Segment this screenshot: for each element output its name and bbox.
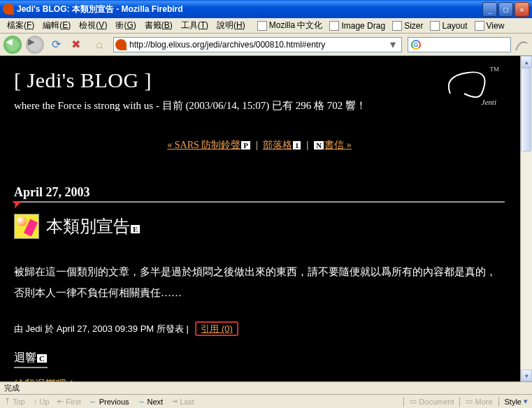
window-title: Jedi's BLOG: 本類別宣告 - Mozilla Firebird	[17, 3, 482, 15]
window-titlebar: Jedi's BLOG: 本類別宣告 - Mozilla Firebird _ …	[0, 0, 532, 18]
tb-more[interactable]: ▭More	[461, 395, 496, 408]
trackback-link[interactable]: 引用 (0)	[195, 321, 238, 336]
comments-heading: 迴響C	[14, 351, 48, 368]
prev-key: P	[241, 141, 250, 150]
menu-view[interactable]: 檢視(V)	[75, 18, 111, 33]
index-link[interactable]: 部落格	[263, 140, 292, 150]
bookmark-icon	[430, 21, 440, 31]
maximize-button[interactable]: □	[498, 2, 513, 17]
menu-file[interactable]: 檔案(F)	[3, 18, 38, 33]
tb-up[interactable]: ↑Up	[29, 395, 54, 408]
post-title-key: E	[131, 225, 140, 233]
tb-style[interactable]: Style▾	[501, 395, 532, 408]
post-title-row: 本類別宣告E	[14, 214, 505, 239]
menu-bookmarks[interactable]: 書籤(B)	[141, 18, 177, 33]
blog-title: [ Jedi's BLOG ]	[14, 68, 505, 92]
url-dropdown-icon[interactable]: ▾	[390, 38, 400, 51]
tb-first[interactable]: ⇤First	[53, 395, 85, 408]
scroll-down-button[interactable]: ▾	[521, 370, 532, 381]
tb-previous[interactable]: ←Previous	[85, 395, 134, 408]
bookmark-sizer[interactable]: Sizer	[389, 20, 426, 32]
post-title: 本類別宣告E	[46, 215, 141, 238]
prev-post-link[interactable]: « SARS 防制鈴聲	[167, 140, 240, 150]
page-content: TM Jenti [ Jedi's BLOG ] where the Force…	[0, 56, 519, 381]
search-box[interactable]: G	[408, 37, 511, 52]
bookmark-mozilla[interactable]: Mozilla 中文化	[254, 18, 326, 33]
category-icon	[14, 214, 39, 239]
bookmark-icon	[329, 21, 339, 31]
site-icon	[115, 39, 127, 50]
comments-key: C	[37, 354, 47, 363]
post-body: 被歸在這一個類別的文章，多半是過於煩悶之後做出來的東西，請不要隨便就以爲所有的內…	[14, 261, 505, 303]
url-text[interactable]: http://blog.elixus.org/jedi/archives/000…	[129, 40, 387, 50]
logo-name: Jenti	[482, 98, 496, 106]
menu-help[interactable]: 說明(H)	[213, 18, 250, 33]
up-icon: ↑	[34, 398, 38, 406]
back-button[interactable]: ◄	[3, 35, 22, 54]
more-icon: ▭	[466, 397, 473, 406]
vertical-scrollbar[interactable]: ▴ ▾	[520, 56, 532, 381]
throbber-icon	[515, 38, 529, 52]
minimize-button[interactable]: _	[482, 2, 497, 17]
status-text: 完成	[4, 383, 144, 393]
bookmark-view[interactable]: View	[471, 20, 508, 32]
bookmark-icon	[392, 21, 402, 31]
google-icon: G	[411, 40, 421, 50]
scroll-thumb[interactable]	[521, 68, 531, 152]
nav-toolbar: ◄ ► ⟳ ✖ ⌂ http://blog.elixus.org/jedi/ar…	[0, 34, 532, 56]
reload-button[interactable]: ⟳	[48, 36, 64, 53]
stop-button[interactable]: ✖	[67, 36, 84, 53]
post-nav: « SARS 防制鈴聲P | 部落格1 | N書信 »	[14, 139, 505, 152]
post-date: April 27, 2003	[14, 185, 505, 203]
menu-tools[interactable]: 工具(T)	[177, 18, 213, 33]
bottom-toolbar: ⤒Top ↑Up ⇤First ←Previous →Next ⇥Last ▭D…	[0, 394, 532, 408]
site-logo: TM Jenti	[443, 66, 494, 106]
close-button[interactable]: ✕	[515, 2, 529, 17]
last-icon: ⇥	[171, 397, 178, 406]
index-key: 1	[293, 141, 301, 150]
bookmark-imagedrag[interactable]: Image Drag	[326, 20, 389, 32]
menu-edit[interactable]: 編輯(E)	[38, 18, 75, 33]
top-icon: ⤒	[4, 397, 10, 406]
bookmark-icon	[257, 21, 267, 31]
forward-button[interactable]: ►	[25, 35, 45, 54]
bookmark-layout[interactable]: Layout	[426, 20, 470, 32]
style-dropdown-icon: ▾	[524, 397, 528, 406]
menubar: 檔案(F) 編輯(E) 檢視(V) 衝(G) 書籤(B) 工具(T) 說明(H)…	[0, 18, 532, 34]
home-button[interactable]: ⌂	[91, 36, 108, 53]
back-icon: ◄	[3, 36, 22, 54]
tb-document[interactable]: ▭Document	[405, 395, 458, 408]
scroll-up-button[interactable]: ▴	[521, 56, 532, 68]
app-icon	[3, 3, 14, 15]
url-bar[interactable]: http://blog.elixus.org/jedi/archives/000…	[113, 37, 402, 52]
next-post-link[interactable]: 書信 »	[324, 140, 352, 150]
content-area: TM Jenti [ Jedi's BLOG ] where the Force…	[0, 56, 532, 381]
forward-icon: ►	[26, 36, 44, 54]
statusbar: 完成	[0, 381, 532, 394]
post-meta: 由 Jedi 於 April 27, 2003 09:39 PM 所發表 | 引…	[14, 323, 505, 335]
next-icon: →	[138, 398, 145, 406]
tb-top[interactable]: ⤒Top	[0, 395, 29, 408]
tb-last[interactable]: ⇥Last	[167, 395, 199, 408]
document-icon: ▭	[410, 397, 417, 406]
next-key: N	[314, 141, 324, 150]
bookmark-icon	[475, 21, 484, 31]
first-icon: ⇤	[57, 397, 64, 406]
comment-prompt: 給我迴響吧！	[14, 378, 505, 381]
menu-go[interactable]: 衝(G)	[111, 18, 140, 33]
blog-subtitle: where the Force is strong with us - 目前 (…	[14, 99, 505, 112]
logo-tm: TM	[490, 66, 500, 73]
previous-icon: ←	[89, 398, 97, 406]
tb-next[interactable]: →Next	[134, 395, 168, 408]
